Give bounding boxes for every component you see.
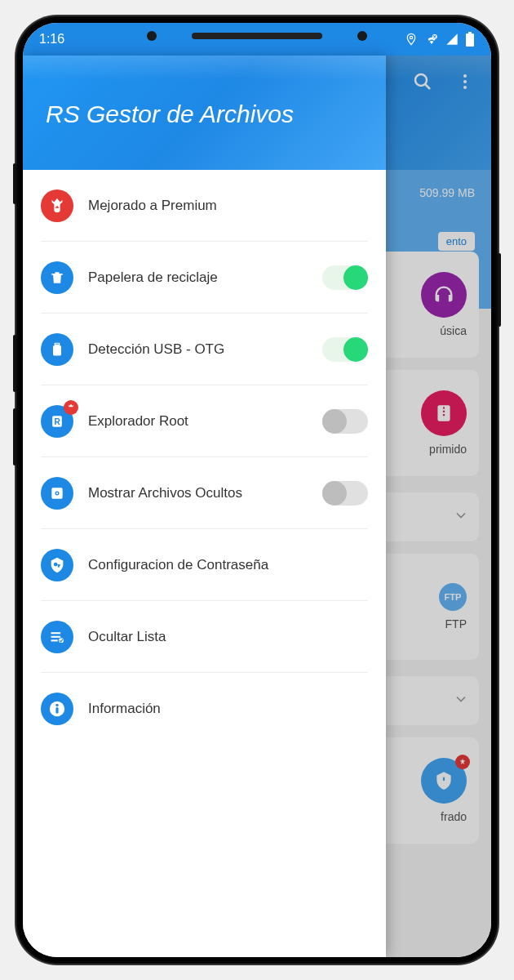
menu-label: Ocultar Lista — [88, 629, 368, 645]
camera-sensor — [147, 31, 157, 41]
svg-rect-13 — [53, 345, 61, 356]
svg-rect-28 — [55, 707, 58, 713]
svg-rect-15 — [57, 344, 58, 345]
signal-icon — [445, 33, 459, 46]
svg-point-27 — [55, 704, 58, 706]
usb-icon — [41, 333, 73, 366]
toggle-hidden[interactable] — [322, 481, 368, 506]
drawer-menu-list: Mejorado a Premium Papelera de reciclaje… — [23, 170, 386, 957]
svg-rect-22 — [51, 632, 61, 634]
menu-item-root[interactable]: R Explorador Root — [23, 385, 386, 457]
svg-rect-23 — [51, 636, 61, 638]
phone-frame: 1:16 — [16, 16, 498, 964]
menu-item-usb[interactable]: Detección USB - OTG — [23, 314, 386, 385]
toggle-usb[interactable] — [322, 337, 368, 362]
phone-speaker — [192, 33, 322, 39]
menu-item-password[interactable]: Configuracion de Contraseña — [23, 529, 386, 601]
navigation-drawer: RS Gestor de Archivos Mejorado a Premium… — [23, 56, 386, 957]
svg-rect-24 — [51, 639, 58, 641]
toggle-trash[interactable] — [322, 265, 368, 290]
svg-text:R: R — [54, 417, 60, 426]
svg-point-20 — [56, 492, 59, 495]
menu-label: Mostrar Archivos Ocultos — [88, 485, 308, 501]
status-time: 1:16 — [39, 32, 64, 47]
drawer-header: RS Gestor de Archivos — [23, 56, 386, 170]
volume-down-button — [13, 408, 16, 466]
root-icon: R — [41, 405, 73, 438]
svg-rect-3 — [468, 32, 472, 33]
svg-rect-14 — [55, 344, 56, 345]
menu-label: Detección USB - OTG — [88, 341, 308, 358]
volume-up-button — [13, 335, 16, 392]
svg-rect-12 — [55, 343, 60, 345]
camera-sensor — [357, 31, 367, 41]
hidden-files-icon — [41, 477, 73, 510]
menu-label: Información — [88, 701, 368, 717]
password-icon — [41, 549, 73, 581]
menu-label: Mejorado a Premium — [88, 198, 368, 214]
premium-icon — [41, 189, 73, 222]
side-button — [13, 163, 16, 204]
menu-item-info[interactable]: Información — [23, 673, 386, 745]
power-button — [498, 253, 501, 327]
menu-label: Configuracion de Contraseña — [88, 557, 368, 573]
battery-icon — [465, 32, 475, 47]
screen: 1:16 — [23, 23, 491, 957]
menu-item-hide-list[interactable]: Ocultar Lista — [23, 601, 386, 673]
menu-label: Papelera de reciclaje — [88, 270, 308, 286]
list-icon — [41, 621, 73, 653]
menu-item-trash[interactable]: Papelera de reciclaje — [23, 242, 386, 314]
menu-label: Explorador Root — [88, 413, 308, 430]
wifi-icon — [424, 32, 439, 47]
svg-point-0 — [410, 36, 412, 38]
toggle-root[interactable] — [322, 409, 368, 434]
menu-item-hidden[interactable]: Mostrar Archivos Ocultos — [23, 457, 386, 529]
premium-badge-icon — [64, 400, 78, 415]
svg-point-21 — [54, 563, 58, 567]
svg-rect-2 — [466, 33, 474, 47]
location-icon — [405, 33, 418, 46]
info-icon — [41, 693, 73, 725]
menu-item-premium[interactable]: Mejorado a Premium — [23, 170, 386, 242]
trash-icon — [41, 261, 73, 294]
status-bar: 1:16 — [23, 23, 491, 56]
